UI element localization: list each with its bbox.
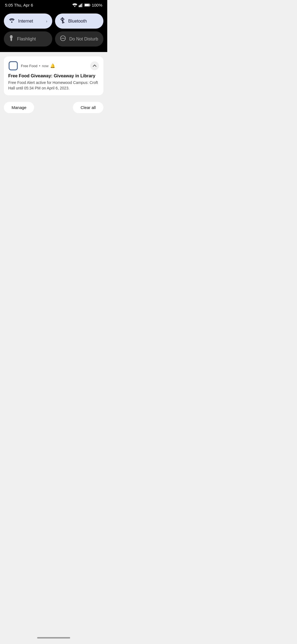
- notification-card-free-food: Free Food • now 🔔 Free Food Giveaway: Gi…: [4, 56, 103, 95]
- status-bar: 5:05 Thu, Apr 6: [0, 0, 107, 10]
- svg-point-7: [11, 21, 13, 23]
- notif-header-left: Free Food • now 🔔: [8, 61, 55, 71]
- quick-settings-panel: Internet › Bluetooth Flashlight: [0, 10, 107, 52]
- notif-bell-icon: 🔔: [50, 63, 55, 68]
- qs-bluetooth-label: Bluetooth: [68, 19, 98, 24]
- signal-icon: [79, 3, 83, 7]
- qs-tile-bluetooth[interactable]: Bluetooth: [55, 13, 103, 29]
- notif-meta: Free Food • now 🔔: [21, 63, 55, 68]
- svg-rect-6: [89, 4, 90, 6]
- qs-dnd-label: Do Not Disturb: [69, 37, 98, 42]
- notif-header: Free Food • now 🔔: [8, 61, 99, 71]
- svg-rect-5: [85, 4, 89, 6]
- notif-time: now: [42, 64, 49, 68]
- clear-all-button[interactable]: Clear all: [73, 102, 103, 113]
- svg-rect-13: [9, 62, 17, 70]
- notif-dot: •: [39, 64, 40, 68]
- notif-app-name: Free Food: [21, 64, 37, 68]
- qs-tile-internet[interactable]: Internet ›: [4, 13, 52, 29]
- chevron-right-icon: ›: [46, 19, 47, 23]
- wifi-qs-icon: [9, 18, 15, 24]
- battery-percent: 100%: [92, 3, 102, 7]
- bluetooth-qs-icon: [60, 17, 65, 25]
- svg-rect-8: [10, 35, 12, 36]
- status-time: 5:05 Thu, Apr 6: [5, 3, 33, 7]
- svg-rect-9: [10, 38, 12, 41]
- notif-title: Free Food Giveaway: Giveaway in Library: [8, 73, 99, 78]
- notif-app-icon: [8, 61, 18, 71]
- svg-rect-3: [82, 3, 83, 7]
- notification-panel: Free Food • now 🔔 Free Food Giveaway: Gi…: [0, 52, 107, 217]
- flashlight-qs-icon: [9, 35, 14, 43]
- svg-rect-0: [79, 5, 79, 7]
- notif-expand-button[interactable]: [90, 61, 99, 70]
- wifi-icon: [72, 3, 77, 7]
- svg-rect-2: [81, 4, 82, 7]
- qs-tile-dnd[interactable]: Do Not Disturb: [55, 31, 103, 47]
- status-icons: 100%: [72, 3, 102, 7]
- qs-internet-label: Internet: [18, 19, 43, 24]
- qs-tile-flashlight[interactable]: Flashlight: [4, 31, 52, 47]
- battery-icon: [84, 3, 90, 7]
- notification-actions: Manage Clear all: [4, 100, 103, 118]
- svg-rect-1: [80, 4, 81, 7]
- notif-body: Free Food Alert active for Homewood Camp…: [8, 80, 99, 91]
- dnd-qs-icon: [60, 35, 66, 43]
- manage-button[interactable]: Manage: [4, 102, 34, 113]
- qs-flashlight-label: Flashlight: [17, 37, 47, 42]
